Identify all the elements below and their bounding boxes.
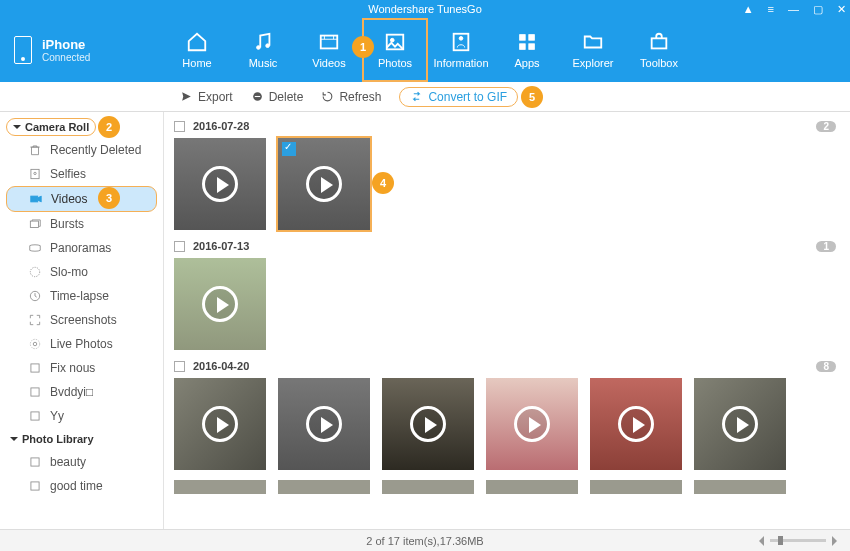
section-count: 1 bbox=[816, 241, 836, 252]
nav-explorer-label: Explorer bbox=[573, 57, 614, 69]
video-thumb[interactable] bbox=[174, 258, 266, 350]
svg-rect-26 bbox=[31, 482, 39, 490]
zoom-control[interactable] bbox=[754, 536, 842, 546]
sidebar-item-live-photos[interactable]: Live Photos bbox=[0, 332, 163, 356]
play-icon bbox=[514, 406, 550, 442]
minimize-icon[interactable]: — bbox=[788, 3, 799, 15]
sidebar-item-panoramas[interactable]: Panoramas bbox=[0, 236, 163, 260]
marker-3: 3 bbox=[98, 187, 120, 209]
section-checkbox[interactable] bbox=[174, 121, 185, 132]
zoom-out-icon[interactable] bbox=[754, 536, 764, 546]
svg-rect-9 bbox=[520, 44, 526, 50]
photo-library-label: Photo Library bbox=[22, 433, 94, 445]
nav-videos-label: Videos bbox=[312, 57, 345, 69]
sidebar-item-bvddyi[interactable]: Bvddyi□ bbox=[0, 380, 163, 404]
svg-point-4 bbox=[390, 38, 394, 42]
svg-point-0 bbox=[257, 46, 261, 50]
thumb-strip bbox=[174, 480, 840, 494]
video-thumb[interactable] bbox=[278, 378, 370, 470]
video-thumb[interactable] bbox=[382, 378, 474, 470]
delete-button[interactable]: Delete bbox=[251, 90, 304, 104]
content-area: 2016-07-28 2 4 2016-07-13 1 2016-04-20 8 bbox=[164, 112, 850, 529]
sidebar-label: good time bbox=[50, 479, 103, 493]
nav-home-label: Home bbox=[182, 57, 211, 69]
sidebar-item-selfies[interactable]: Selfies bbox=[0, 162, 163, 186]
sidebar-item-timelapse[interactable]: Time-lapse bbox=[0, 284, 163, 308]
sidebar-item-good-time[interactable]: good time bbox=[0, 474, 163, 498]
video-thumb[interactable] bbox=[174, 138, 266, 230]
sidebar-item-slomo[interactable]: Slo-mo bbox=[0, 260, 163, 284]
play-icon bbox=[202, 166, 238, 202]
status-text: 2 of 17 item(s),17.36MB bbox=[366, 535, 483, 547]
section-date: 2016-07-13 bbox=[193, 240, 249, 252]
device-status: Connected bbox=[42, 52, 90, 63]
zoom-in-icon[interactable] bbox=[832, 536, 842, 546]
play-icon bbox=[202, 406, 238, 442]
nav-photos-label: Photos bbox=[378, 57, 412, 69]
play-icon bbox=[306, 166, 342, 202]
marker-4: 4 bbox=[372, 172, 394, 194]
sidebar-item-yy[interactable]: Yy bbox=[0, 404, 163, 428]
phone-icon bbox=[14, 36, 32, 64]
nav-videos[interactable]: Videos bbox=[296, 18, 362, 82]
video-thumb[interactable] bbox=[694, 378, 786, 470]
marker-2: 2 bbox=[98, 116, 120, 138]
maximize-icon[interactable]: ▢ bbox=[813, 3, 823, 16]
svg-rect-17 bbox=[30, 221, 38, 227]
section-header: 2016-04-20 8 bbox=[174, 360, 840, 372]
app-title: Wondershare TunesGo bbox=[368, 3, 482, 15]
window-controls: ▲ ≡ — ▢ ✕ bbox=[743, 0, 846, 18]
sidebar-label: Time-lapse bbox=[50, 289, 109, 303]
play-icon bbox=[410, 406, 446, 442]
svg-rect-14 bbox=[31, 169, 39, 178]
svg-point-6 bbox=[459, 37, 463, 41]
video-thumb[interactable] bbox=[486, 378, 578, 470]
sidebar-label: Slo-mo bbox=[50, 265, 88, 279]
sidebar-item-bursts[interactable]: Bursts bbox=[0, 212, 163, 236]
nav-music[interactable]: Music bbox=[230, 18, 296, 82]
nav-explorer[interactable]: Explorer bbox=[560, 18, 626, 82]
nav-information[interactable]: Information bbox=[428, 18, 494, 82]
section-count: 8 bbox=[816, 361, 836, 372]
nav-photos[interactable]: 1 Photos bbox=[362, 18, 428, 82]
svg-rect-10 bbox=[529, 44, 535, 50]
section-header: 2016-07-28 2 bbox=[174, 120, 840, 132]
device-name: iPhone bbox=[42, 37, 90, 52]
convert-gif-button[interactable]: Convert to GIF 5 bbox=[399, 87, 518, 107]
play-icon bbox=[722, 406, 758, 442]
user-icon[interactable]: ▲ bbox=[743, 3, 754, 15]
action-bar: Export Delete Refresh Convert to GIF 5 bbox=[0, 82, 850, 112]
sidebar-item-recently-deleted[interactable]: Recently Deleted bbox=[0, 138, 163, 162]
video-thumb[interactable] bbox=[590, 378, 682, 470]
sidebar-label: Panoramas bbox=[50, 241, 111, 255]
menu-icon[interactable]: ≡ bbox=[768, 3, 774, 15]
video-thumb-selected[interactable]: 4 bbox=[278, 138, 370, 230]
refresh-button[interactable]: Refresh bbox=[321, 90, 381, 104]
sidebar-group-photo-library[interactable]: Photo Library bbox=[0, 428, 163, 450]
sidebar-label: Fix nous bbox=[50, 361, 95, 375]
nav-toolbox[interactable]: Toolbox bbox=[626, 18, 692, 82]
sidebar-item-fix-nous[interactable]: Fix nous bbox=[0, 356, 163, 380]
sidebar-item-videos[interactable]: Videos 3 bbox=[6, 186, 157, 212]
zoom-track[interactable] bbox=[770, 539, 826, 542]
device-panel[interactable]: iPhone Connected bbox=[0, 36, 164, 64]
nav-home[interactable]: Home bbox=[164, 18, 230, 82]
section-checkbox[interactable] bbox=[174, 241, 185, 252]
video-thumb[interactable] bbox=[174, 378, 266, 470]
sidebar-label: Live Photos bbox=[50, 337, 113, 351]
main-nav: Home Music Videos 1 Photos Information A… bbox=[164, 18, 850, 82]
nav-apps-label: Apps bbox=[514, 57, 539, 69]
export-button[interactable]: Export bbox=[180, 90, 233, 104]
sidebar-label: Bursts bbox=[50, 217, 84, 231]
sidebar-item-beauty[interactable]: beauty bbox=[0, 450, 163, 474]
sidebar-item-screenshots[interactable]: Screenshots bbox=[0, 308, 163, 332]
zoom-knob[interactable] bbox=[778, 536, 783, 545]
close-icon[interactable]: ✕ bbox=[837, 3, 846, 16]
nav-music-label: Music bbox=[249, 57, 278, 69]
svg-rect-24 bbox=[31, 412, 39, 420]
svg-point-18 bbox=[30, 267, 39, 276]
svg-rect-2 bbox=[321, 36, 338, 49]
sidebar-group-camera-roll[interactable]: Camera Roll bbox=[6, 118, 96, 136]
section-checkbox[interactable] bbox=[174, 361, 185, 372]
nav-apps[interactable]: Apps bbox=[494, 18, 560, 82]
